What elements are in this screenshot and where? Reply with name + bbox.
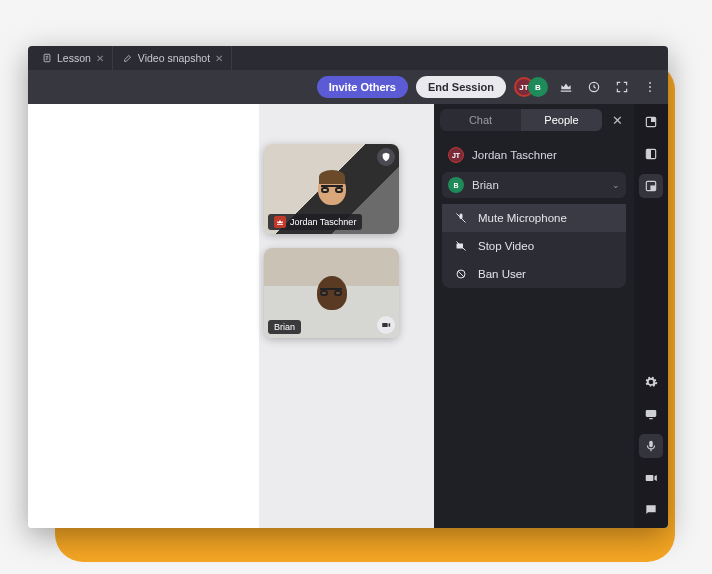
layout-side-icon[interactable] xyxy=(639,142,663,166)
svg-rect-9 xyxy=(648,151,651,158)
action-label: Ban User xyxy=(478,268,526,280)
action-label: Mute Microphone xyxy=(478,212,567,224)
avatar-guest: B xyxy=(448,177,464,193)
chat-icon[interactable] xyxy=(639,498,663,522)
panel-segment: Chat People xyxy=(440,109,602,131)
gear-icon[interactable] xyxy=(639,370,663,394)
crown-icon[interactable] xyxy=(556,77,576,97)
video-name-chip: Brian xyxy=(268,320,301,334)
participant-list: JT Jordan Taschner B Brian ⌄ xyxy=(434,136,634,204)
participant-name: Brian xyxy=(472,179,499,191)
video-tile-host[interactable]: Jordan Taschner xyxy=(264,144,399,234)
tab-lesson[interactable]: Lesson ✕ xyxy=(34,46,113,70)
panel-tabs: Chat People ✕ xyxy=(434,104,634,136)
camera-icon[interactable] xyxy=(639,466,663,490)
avatar-host: JT xyxy=(448,147,464,163)
participant-name: Jordan Taschner xyxy=(290,217,356,227)
close-icon[interactable]: ✕ xyxy=(215,53,223,64)
video-off-icon xyxy=(454,240,468,252)
camera-icon[interactable] xyxy=(377,316,395,334)
video-tile-guest[interactable]: Brian xyxy=(264,248,399,338)
layout-pip-icon[interactable] xyxy=(639,174,663,198)
shield-icon[interactable] xyxy=(377,148,395,166)
end-session-button[interactable]: End Session xyxy=(416,76,506,98)
close-panel-icon[interactable]: ✕ xyxy=(606,113,628,128)
ban-icon xyxy=(454,268,468,280)
participant-actions: Mute Microphone Stop Video Ban User xyxy=(442,204,626,288)
mic-off-icon xyxy=(454,212,468,224)
people-panel: Chat People ✕ JT Jordan Taschner B Brian… xyxy=(434,104,634,528)
close-icon[interactable]: ✕ xyxy=(96,53,104,64)
app-window: Lesson ✕ Video snapshot ✕ Invite Others … xyxy=(28,46,668,528)
invite-others-button[interactable]: Invite Others xyxy=(317,76,408,98)
svg-rect-7 xyxy=(652,119,655,122)
fullscreen-icon[interactable] xyxy=(612,77,632,97)
participant-name: Jordan Taschner xyxy=(472,149,557,161)
edit-icon xyxy=(123,53,133,63)
action-mute-microphone[interactable]: Mute Microphone xyxy=(442,204,626,232)
doc-icon xyxy=(42,53,52,63)
video-column: Jordan Taschner Brian xyxy=(264,144,399,338)
tab-video-snapshot[interactable]: Video snapshot ✕ xyxy=(115,46,232,70)
clock-icon[interactable] xyxy=(584,77,604,97)
svg-point-4 xyxy=(649,90,651,92)
svg-point-2 xyxy=(649,82,651,84)
action-stop-video[interactable]: Stop Video xyxy=(442,232,626,260)
action-label: Stop Video xyxy=(478,240,534,252)
tab-chat[interactable]: Chat xyxy=(440,109,521,131)
participant-avatars[interactable]: JT B xyxy=(514,77,548,97)
action-ban-user[interactable]: Ban User xyxy=(442,260,626,288)
tab-people[interactable]: People xyxy=(521,109,602,131)
video-name-chip: Jordan Taschner xyxy=(268,214,362,230)
participant-row-host[interactable]: JT Jordan Taschner xyxy=(442,142,626,168)
person-figure xyxy=(318,173,346,205)
right-rail xyxy=(634,104,668,528)
participant-row-guest[interactable]: B Brian ⌄ xyxy=(442,172,626,198)
microphone-icon[interactable] xyxy=(639,434,663,458)
tab-label: Lesson xyxy=(57,52,91,64)
svg-rect-11 xyxy=(651,186,655,190)
whiteboard-canvas[interactable]: Jordan Taschner Brian xyxy=(28,104,434,528)
tab-bar: Lesson ✕ Video snapshot ✕ xyxy=(28,46,668,70)
participant-name: Brian xyxy=(274,322,295,332)
svg-point-3 xyxy=(649,86,651,88)
content-body: Jordan Taschner Brian xyxy=(28,104,668,528)
screenshare-icon[interactable] xyxy=(639,402,663,426)
tab-label: Video snapshot xyxy=(138,52,210,64)
svg-rect-12 xyxy=(646,410,657,417)
person-figure xyxy=(317,276,347,310)
host-badge-icon xyxy=(274,216,286,228)
avatar-guest: B xyxy=(528,77,548,97)
chevron-down-icon: ⌄ xyxy=(612,180,620,190)
layout-grid-icon[interactable] xyxy=(639,110,663,134)
session-toolbar: Invite Others End Session JT B xyxy=(28,70,668,104)
more-icon[interactable] xyxy=(640,77,660,97)
